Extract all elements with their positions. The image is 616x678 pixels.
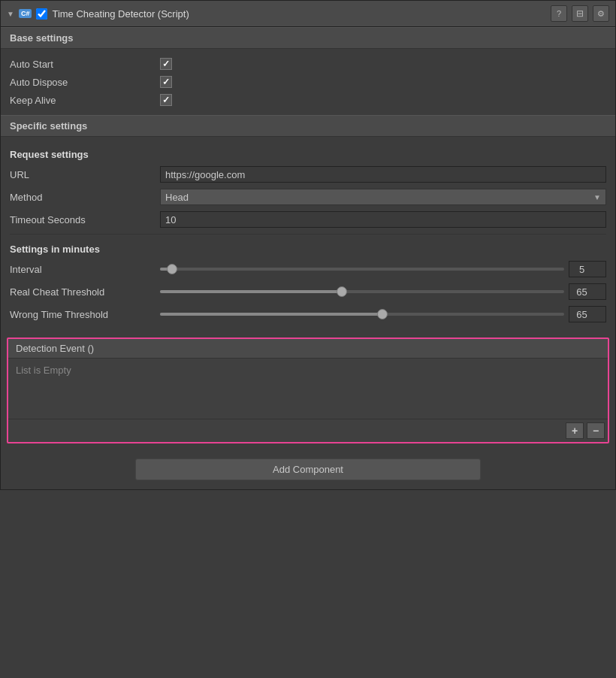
specific-settings-header: Specific settings (1, 115, 615, 137)
real-cheat-threshold-row: Real Cheat Threshold (10, 280, 606, 303)
timeout-label: Timeout Seconds (10, 214, 160, 225)
keep-alive-label: Keep Alive (10, 95, 160, 106)
auto-start-row: Auto Start (10, 55, 606, 73)
url-row: URL (10, 163, 606, 186)
wrong-time-value-input[interactable] (569, 306, 606, 322)
add-component-button[interactable]: Add Component (135, 459, 481, 480)
interval-slider-container (160, 268, 564, 271)
auto-start-checkbox-wrap (160, 58, 172, 70)
request-settings-label: Request settings (10, 143, 606, 163)
real-cheat-slider-fill (160, 290, 342, 293)
detection-event-header: Detection Event () (8, 339, 608, 359)
timeout-row: Timeout Seconds (10, 208, 606, 231)
header-icons: ? ⊟ ⚙ (551, 5, 609, 22)
real-cheat-slider-container (160, 290, 564, 293)
auto-dispose-row: Auto Dispose (10, 73, 606, 91)
auto-dispose-label: Auto Dispose (10, 77, 160, 88)
interval-row: Interval (10, 258, 606, 280)
method-label: Method (10, 192, 160, 203)
detection-event-body: List is Empty (8, 359, 608, 419)
detection-add-button[interactable]: + (566, 422, 584, 439)
real-cheat-value-input[interactable] (569, 283, 606, 300)
method-value: Head (165, 192, 189, 203)
method-row: Method Head ▼ (10, 186, 606, 208)
interval-slider-track[interactable] (160, 268, 564, 271)
wrong-time-slider-fill (160, 313, 382, 316)
csharp-icon: C# (19, 9, 32, 18)
method-dropdown[interactable]: Head ▼ (160, 189, 606, 205)
real-cheat-slider-track[interactable] (160, 290, 564, 293)
base-settings-header: Base settings (1, 27, 615, 49)
gear-icon: ⚙ (597, 9, 605, 19)
url-input[interactable] (160, 166, 606, 183)
wrong-time-threshold-row: Wrong Time Threshold (10, 303, 606, 325)
auto-start-checkbox[interactable] (160, 58, 172, 70)
layout-icon-btn[interactable]: ⊟ (572, 5, 588, 22)
detection-event-footer: + − (8, 419, 608, 442)
url-label: URL (10, 169, 160, 180)
divider-1 (10, 234, 606, 235)
wrong-time-slider-thumb[interactable] (377, 309, 388, 319)
help-icon-btn[interactable]: ? (551, 5, 567, 22)
dropdown-arrow-icon: ▼ (593, 193, 601, 201)
component-title: Time Cheating Detector (Script) (52, 8, 546, 20)
collapse-arrow[interactable]: ▼ (7, 10, 14, 18)
detection-remove-button[interactable]: − (587, 422, 605, 439)
component-panel: ▼ C# Time Cheating Detector (Script) ? ⊟… (0, 0, 616, 490)
wrong-time-threshold-label: Wrong Time Threshold (10, 309, 160, 320)
real-cheat-slider-thumb[interactable] (337, 286, 347, 297)
auto-dispose-checkbox[interactable] (160, 76, 172, 88)
keep-alive-checkbox[interactable] (160, 94, 172, 106)
keep-alive-checkbox-wrap (160, 94, 172, 106)
settings-minutes-label: Settings in minutes (10, 238, 606, 258)
specific-settings-body: Request settings URL Method Head ▼ Timeo… (1, 137, 615, 331)
component-enabled-checkbox[interactable] (36, 8, 47, 20)
timeout-input[interactable] (160, 211, 606, 228)
interval-slider-thumb[interactable] (167, 264, 177, 274)
auto-start-label: Auto Start (10, 59, 160, 70)
detection-event-section: Detection Event () List is Empty + − (7, 337, 609, 443)
base-settings-body: Auto Start Auto Dispose Keep Alive (1, 49, 615, 115)
detection-event-empty-label: List is Empty (16, 365, 71, 376)
add-component-section: Add Component (1, 449, 615, 489)
real-cheat-threshold-label: Real Cheat Threshold (10, 286, 160, 298)
wrong-time-slider-container (160, 313, 564, 316)
keep-alive-row: Keep Alive (10, 91, 606, 109)
component-header: ▼ C# Time Cheating Detector (Script) ? ⊟… (1, 1, 615, 27)
wrong-time-slider-track[interactable] (160, 313, 564, 316)
interval-label: Interval (10, 264, 160, 275)
auto-dispose-checkbox-wrap (160, 76, 172, 88)
settings-icon-btn[interactable]: ⚙ (593, 5, 609, 22)
layout-icon: ⊟ (576, 8, 584, 19)
interval-value-input[interactable] (569, 261, 606, 277)
